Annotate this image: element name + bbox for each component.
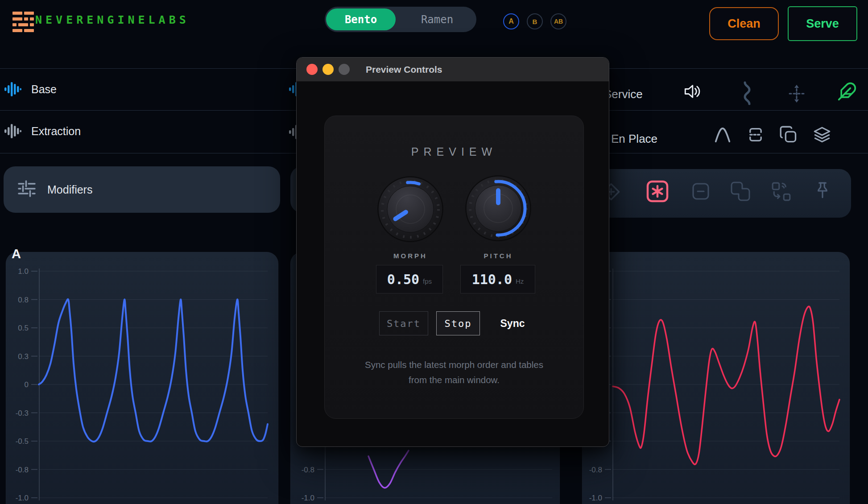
svg-text:-0.5: -0.5 (16, 437, 29, 446)
sync-button[interactable]: Sync (492, 311, 533, 335)
svg-text:-0.8: -0.8 (302, 466, 314, 474)
svg-text:1.0: 1.0 (18, 267, 29, 276)
help-text-line1: Sync pulls the latest morph order and ta… (325, 359, 583, 370)
minimize-button[interactable] (322, 64, 334, 75)
toggle-option-bento[interactable]: Bento (326, 8, 396, 30)
svg-text:0.3: 0.3 (18, 352, 29, 361)
morph-value-field[interactable]: 0.50 fps (376, 265, 443, 293)
ab-compare-group: A B AB (503, 13, 566, 29)
ab-button-b[interactable]: B (527, 13, 543, 29)
pitch-unit: Hz (516, 277, 524, 285)
svg-text:0.5: 0.5 (18, 324, 29, 332)
svg-text:-1.0: -1.0 (16, 494, 29, 502)
tools-toolbar (598, 169, 851, 218)
replace-icon[interactable] (771, 182, 792, 204)
preview-controls-window: Preview Controls PREVIEW MORPH PITCH 0.5… (296, 57, 609, 447)
window-title: Preview Controls (366, 64, 442, 75)
svg-text:0.8: 0.8 (18, 296, 29, 304)
curve-peak-icon[interactable] (714, 126, 732, 145)
pitch-value: 110.0 (472, 272, 512, 287)
wave-squiggle-icon[interactable] (741, 81, 753, 107)
pitch-label: PITCH (460, 252, 536, 260)
morph-knob[interactable] (372, 171, 448, 247)
svg-text:-1.0: -1.0 (589, 494, 602, 502)
pitch-knob[interactable] (460, 170, 536, 246)
clean-button[interactable]: Clean (709, 7, 779, 40)
ab-button-a[interactable]: A (503, 13, 519, 29)
section-title: PREVIEW (325, 145, 583, 158)
svg-text:-0.8: -0.8 (16, 466, 29, 474)
minus-square-icon[interactable] (691, 182, 711, 203)
morph-value: 0.50 (387, 272, 419, 287)
copy-icon[interactable] (780, 126, 798, 145)
morph-label: MORPH (372, 252, 448, 260)
close-button[interactable] (306, 64, 318, 75)
brand-name: NEVERENGINELABS (35, 13, 190, 26)
service-label: Service (604, 87, 643, 101)
mode-toggle[interactable]: Bento Ramen (325, 7, 476, 32)
pin-icon[interactable] (815, 181, 830, 203)
help-text-line2: from the main window. (325, 375, 583, 385)
window-titlebar[interactable]: Preview Controls (297, 58, 609, 82)
chart-label: A (12, 247, 21, 261)
move-vertical-icon[interactable] (786, 83, 807, 106)
svg-text:0: 0 (25, 380, 29, 389)
distribute-icon[interactable] (747, 126, 765, 145)
ab-button-ab[interactable]: AB (550, 13, 566, 29)
morph-unit: fps (423, 277, 432, 285)
brand-logo-icon (12, 12, 35, 34)
layers-icon[interactable] (813, 126, 831, 146)
svg-text:-0.8: -0.8 (589, 466, 602, 474)
svg-text:-1.0: -1.0 (302, 494, 314, 502)
pitch-value-field[interactable]: 110.0 Hz (460, 265, 535, 293)
en-place-label: En Place (611, 132, 657, 146)
svg-text:-0.3: -0.3 (16, 409, 29, 417)
serve-button[interactable]: Serve (788, 6, 857, 41)
zoom-button[interactable] (339, 64, 350, 75)
volume-icon[interactable] (684, 83, 703, 102)
preview-panel: PREVIEW MORPH PITCH 0.50 fps 110.0 Hz St… (324, 116, 584, 419)
start-button[interactable]: Start (379, 311, 428, 335)
feather-icon[interactable] (837, 82, 857, 103)
asterisk-icon[interactable] (646, 180, 669, 205)
toggle-option-ramen[interactable]: Ramen (401, 13, 473, 26)
app-window: NEVERENGINELABS Bento Ramen A B AB Clean… (0, 0, 868, 504)
stop-button[interactable]: Stop (436, 311, 480, 335)
union-icon[interactable] (731, 182, 750, 203)
